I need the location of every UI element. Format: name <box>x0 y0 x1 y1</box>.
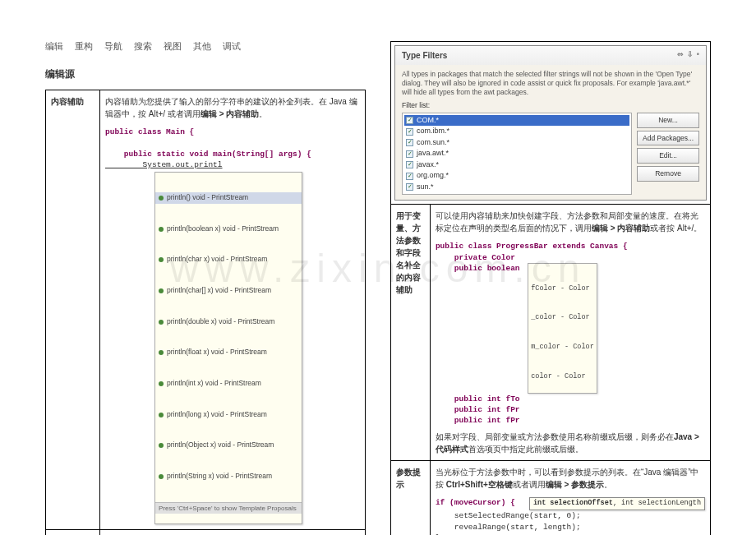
method-icon <box>159 288 164 293</box>
list-item[interactable]: javax.* <box>417 159 439 171</box>
rr1-tail: 如果对字段、局部变量或方法参数使用名称前缀或后缀，则务必在Java > 代码样式… <box>436 431 705 455</box>
assist-item[interactable]: println(char x) void - PrintStream <box>167 255 267 265</box>
filter-list[interactable]: ✓COM.* ✓com.ibm.* ✓com.sun.* ✓java.awt.*… <box>402 113 632 196</box>
assist-item[interactable]: println() void - PrintStream <box>167 193 248 203</box>
type-filters-dialog: Type Filters ⇔ ⇩ • All types in packages… <box>394 45 707 201</box>
dialog-note: All types in packages that match the sel… <box>402 70 699 97</box>
section-title: 编辑源 <box>45 67 366 81</box>
rc6: public int fPr <box>436 416 520 425</box>
new-button[interactable]: New... <box>637 113 699 128</box>
method-icon <box>159 257 164 262</box>
method-icon <box>159 350 164 355</box>
method-icon <box>159 381 164 386</box>
row1-period: 。 <box>259 109 267 118</box>
method-icon <box>159 227 164 232</box>
method-icon <box>159 320 164 325</box>
assist-popup[interactable]: println() void - PrintStream println(boo… <box>154 172 302 524</box>
right-table: Type Filters ⇔ ⇩ • All types in packages… <box>390 41 711 535</box>
back-icon[interactable]: ⇔ <box>677 49 684 62</box>
assist-item[interactable]: println(Object x) void - PrintStream <box>167 440 274 450</box>
add-packages-button[interactable]: Add Packages... <box>637 131 699 146</box>
assist-item[interactable]: color - Color <box>531 372 594 382</box>
row1-menu: 编辑 > 内容辅助 <box>201 109 259 118</box>
assist-item[interactable]: println(String x) void - PrintStream <box>167 472 272 482</box>
checkbox-icon[interactable]: ✓ <box>406 117 413 124</box>
rr1-tail1: 如果对字段、局部变量或方法参数使用名称前缀或后缀，则务必在 <box>436 432 674 441</box>
assist-item[interactable]: println(int x) void - PrintStream <box>167 379 261 389</box>
tab-edit[interactable]: 编辑 <box>45 41 63 53</box>
method-icon <box>159 196 164 201</box>
rr1-t2: 或者按 Alt+/。 <box>650 224 702 233</box>
pc1: if (moveCursor) { <box>436 498 515 507</box>
page: 编辑 重构 导航 搜索 视图 其他 调试 编辑源 内容辅助 内容辅助为您提供了输… <box>0 0 756 535</box>
method-icon <box>159 474 164 479</box>
rr2-code: if (moveCursor) { int selectionOffset, i… <box>436 497 705 535</box>
rr2-t2: 或者调用 <box>513 480 546 489</box>
left-table: 内容辅助 内容辅助为您提供了输入的部分字符串的建议的补全列表。在 Java 编辑… <box>45 90 366 535</box>
rc4: public int fTo <box>436 394 520 404</box>
c2: public static void main(String[] args) { <box>105 150 311 159</box>
param-tooltip: int selectionOffset, int selectionLength <box>529 497 705 510</box>
rr2-label: 参数提示 <box>391 461 431 535</box>
dialog-cell: Type Filters ⇔ ⇩ • All types in packages… <box>391 42 711 205</box>
left-column: 编辑 重构 导航 搜索 视图 其他 调试 编辑源 内容辅助 内容辅助为您提供了输… <box>45 41 366 535</box>
rr2-desc: 当光标位于方法参数中时，可以看到参数提示的列表。在“Java 编辑器”中按 Ct… <box>430 461 710 535</box>
assist-hint: Press 'Ctrl+Space' to show Template Prop… <box>155 502 302 514</box>
forward-icon[interactable]: ⇩ <box>687 49 694 62</box>
edit-button[interactable]: Edit... <box>637 148 699 164</box>
rr2-menu: 编辑 > 参数提示 <box>546 480 604 489</box>
tab-search[interactable]: 搜索 <box>134 41 152 53</box>
rr1-label: 用于变量、方法参数和字段名补全的内容辅助 <box>391 205 431 461</box>
rr1-desc: 可以使用内容辅助来加快创建字段、方法参数和局部变量的速度。在将光标定位在声明的类… <box>430 205 710 461</box>
checkbox-icon[interactable]: ✓ <box>406 150 413 158</box>
checkbox-icon[interactable]: ✓ <box>406 139 413 146</box>
list-item[interactable]: java.awt.* <box>417 148 449 159</box>
method-icon <box>159 443 164 448</box>
pc3: revealRange(start, length); <box>436 523 581 532</box>
checkbox-icon[interactable]: ✓ <box>406 128 413 136</box>
remove-button[interactable]: Remove <box>637 166 699 182</box>
tab-view[interactable]: 视图 <box>164 41 182 53</box>
row1-desc: 内容辅助为您提供了输入的部分字符串的建议的补全列表。在 Java 编辑器中，按 … <box>100 90 366 530</box>
c3: System.out.printl <box>105 160 223 169</box>
tab-other[interactable]: 其他 <box>193 41 211 53</box>
dialog-title: Type Filters <box>402 49 447 62</box>
row1-label: 内容辅助 <box>46 90 100 530</box>
tab-debug[interactable]: 调试 <box>223 41 241 53</box>
assist-item[interactable]: fColor - Color <box>531 284 594 294</box>
name-assist[interactable]: fColor - Color _color - Color m_color - … <box>528 263 597 394</box>
list-item[interactable]: com.sun.* <box>417 137 449 149</box>
assist-item[interactable]: println(char[] x) void - PrintStream <box>167 286 271 296</box>
rr1-tail2: 首选项页中指定此前缀或后缀。 <box>468 445 583 454</box>
rr1-code: public class ProgressBar extends Canvas … <box>436 241 705 426</box>
rr1-menu: 编辑 > 内容辅助 <box>592 224 650 233</box>
rr2-keys: Ctrl+Shift+空格键 <box>446 480 513 489</box>
rr2-t3: 。 <box>604 480 612 489</box>
rc3: public boolean <box>436 264 524 273</box>
list-item[interactable]: COM.* <box>417 115 439 127</box>
tab-navigate[interactable]: 导航 <box>104 41 122 53</box>
assist-item[interactable]: println(double x) void - PrintStream <box>167 317 274 327</box>
list-item[interactable]: org.omg.* <box>417 170 449 182</box>
checkbox-icon[interactable]: ✓ <box>406 161 413 168</box>
assist-item[interactable]: _color - Color <box>531 313 594 323</box>
assist-item[interactable]: m_color - Color <box>531 343 594 353</box>
rc5: public int fPr <box>436 405 520 414</box>
list-item[interactable]: com.ibm.* <box>417 126 449 137</box>
right-column: Type Filters ⇔ ⇩ • All types in packages… <box>390 41 711 535</box>
list-item[interactable]: sun.* <box>417 182 434 193</box>
assist-item[interactable]: println(boolean x) void - PrintStream <box>167 224 279 234</box>
row1-code: public class Main { public static void m… <box>105 127 360 524</box>
checkbox-icon[interactable]: ✓ <box>406 183 413 191</box>
method-icon <box>159 413 164 417</box>
checkbox-icon[interactable]: ✓ <box>406 173 413 180</box>
menu-icon[interactable]: • <box>697 49 699 62</box>
c1: public class Main { <box>105 127 194 136</box>
row2-desc: 在 Javadoc 注释中也提供了内容辅助。 /** * Creates a n… <box>100 529 366 535</box>
rc2: private Color <box>436 253 520 262</box>
assist-item[interactable]: println(float x) void - PrintStream <box>167 348 267 357</box>
tabs: 编辑 重构 导航 搜索 视图 其他 调试 <box>45 41 366 53</box>
tab-refactor[interactable]: 重构 <box>75 41 93 53</box>
row2-label: Javadoc 注释中的内容辅助 <box>46 529 100 535</box>
assist-item[interactable]: println(long x) void - PrintStream <box>167 410 267 420</box>
